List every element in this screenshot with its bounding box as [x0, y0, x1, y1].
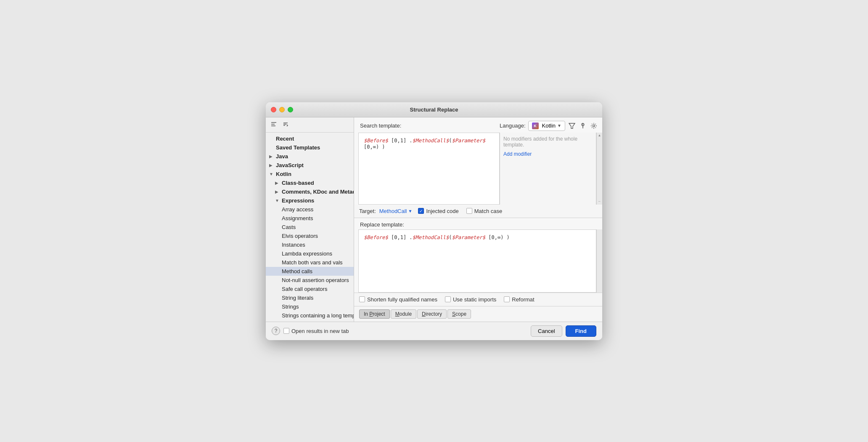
replace-scrollbar: [596, 229, 602, 293]
reformat-wrap[interactable]: Reformat: [504, 296, 534, 303]
svg-point-9: [593, 125, 595, 127]
maximize-button[interactable]: [288, 107, 293, 112]
sidebar-item-label: Saved Templates: [276, 144, 320, 151]
sidebar-item-label: JavaScript: [276, 162, 304, 168]
filter-icon[interactable]: [568, 122, 576, 130]
left-panel: Recent Saved Templates ▶ Java ▶ JavaScri…: [266, 117, 354, 322]
shorten-names-checkbox[interactable]: [359, 296, 365, 302]
replace-template-label: Replace template:: [360, 221, 404, 228]
static-imports-checkbox[interactable]: [445, 296, 451, 302]
sidebar-item-recent[interactable]: Recent: [266, 134, 354, 143]
open-results-wrap[interactable]: Open results in new tab: [283, 328, 349, 334]
find-button[interactable]: Find: [566, 325, 596, 337]
sidebar-item-label: Assignments: [282, 215, 313, 221]
scope-row: In Project Module Directory Scope: [354, 306, 602, 322]
reformat-label: Reformat: [512, 296, 534, 303]
target-dropdown[interactable]: MethodCall ▼: [379, 208, 413, 214]
sidebar-item-label: Strings: [282, 304, 299, 310]
open-results-checkbox[interactable]: [283, 328, 289, 334]
sidebar-item-casts[interactable]: Casts: [266, 223, 354, 232]
scroll-up-icon[interactable]: ▲: [598, 133, 601, 137]
sidebar-item-label: Method calls: [282, 268, 312, 274]
replace-plain-3: [0,∞) ): [485, 234, 510, 240]
reformat-checkbox[interactable]: [504, 296, 510, 302]
window-controls: [271, 107, 293, 112]
dropdown-arrow-icon: ▼: [557, 123, 561, 128]
sidebar-item-strings[interactable]: Strings: [266, 302, 354, 311]
right-panel: Search template: Language: K Kotlin ▼: [354, 117, 602, 322]
scroll-minus-icon[interactable]: −: [598, 199, 601, 204]
sidebar-item-strings-long[interactable]: Strings containing a long template: [266, 311, 354, 320]
sidebar-item-comments[interactable]: ▶ Comments, KDoc and Metadata: [266, 187, 354, 196]
sidebar-item-label: Class-based: [282, 180, 314, 186]
injected-code-checkbox[interactable]: ✓: [418, 208, 424, 214]
replace-template-editor[interactable]: $Before$ [0,1] .$MethodCall$($Parameter$…: [358, 229, 596, 293]
search-plain-3: [0,∞) ): [364, 144, 385, 150]
arrow-icon: ▶: [269, 163, 275, 168]
sidebar-item-kotlin[interactable]: ▼ Kotlin: [266, 170, 354, 178]
scope-module-button[interactable]: Module: [391, 309, 416, 319]
replace-code-before: $Before$: [364, 234, 388, 240]
match-case-checkbox-wrap[interactable]: Match case: [466, 208, 502, 214]
sidebar-item-elvis[interactable]: Elvis operators: [266, 232, 354, 240]
sidebar-item-instances[interactable]: Instances: [266, 240, 354, 249]
search-template-label: Search template:: [360, 122, 401, 129]
scope-scope-button[interactable]: Scope: [447, 309, 471, 319]
match-case-checkbox[interactable]: [466, 208, 472, 214]
replace-code-param: $Parameter$: [452, 234, 485, 240]
sidebar-item-saved[interactable]: Saved Templates: [266, 143, 354, 152]
close-button[interactable]: [271, 107, 276, 112]
sidebar-item-label: Expressions: [282, 197, 314, 204]
settings-icon[interactable]: [590, 122, 598, 130]
search-code-param: $Parameter$: [452, 138, 485, 144]
scope-in-project-button[interactable]: In Project: [359, 309, 390, 319]
sidebar-item-not-null[interactable]: Not-null assertion operators: [266, 276, 354, 285]
sidebar-item-lambda[interactable]: Lambda expressions: [266, 249, 354, 258]
sidebar-item-javascript[interactable]: ▶ JavaScript: [266, 161, 354, 170]
structural-replace-dialog: Structural Replace: [266, 102, 602, 340]
open-results-label: Open results in new tab: [291, 328, 349, 334]
bottom-bar: ? Open results in new tab Cancel Find: [266, 322, 602, 340]
sidebar-item-class-based[interactable]: ▶ Class-based: [266, 178, 354, 187]
injected-code-label: Injected code: [426, 208, 458, 214]
injected-code-checkbox-wrap[interactable]: ✓ Injected code: [418, 208, 458, 214]
arrow-icon: ▶: [269, 154, 275, 159]
minimize-button[interactable]: [279, 107, 285, 112]
help-button[interactable]: ?: [272, 327, 280, 335]
target-row: Target: MethodCall ▼ ✓ Injected code Mat…: [354, 205, 602, 218]
search-code-before: $Before$: [364, 138, 388, 144]
help-icon: ?: [275, 328, 278, 334]
main-content: Recent Saved Templates ▶ Java ▶ JavaScri…: [266, 117, 602, 322]
sidebar-item-safe-call[interactable]: Safe call operators: [266, 285, 354, 293]
sidebar-item-match-both[interactable]: Match both vars and vals: [266, 258, 354, 267]
scope-directory-label: Directory: [422, 311, 442, 317]
replace-code-method: $MethodCall$: [413, 234, 449, 240]
sidebar-item-expressions[interactable]: ▼ Expressions: [266, 196, 354, 205]
language-label: Language:: [500, 122, 525, 129]
static-imports-wrap[interactable]: Use static imports: [445, 296, 496, 303]
search-template-editor[interactable]: $Before$ [0,1] .$MethodCall$($Parameter$…: [358, 133, 500, 205]
language-selector[interactable]: K Kotlin ▼: [528, 121, 565, 131]
shorten-names-label: Shorten fully qualified names: [367, 296, 437, 303]
sidebar-item-label: Not-null assertion operators: [282, 277, 349, 283]
scope-module-label: Module: [395, 311, 412, 317]
add-modifier-link[interactable]: Add modifier: [503, 151, 532, 157]
search-template-area: $Before$ [0,1] .$MethodCall$($Parameter$…: [354, 133, 602, 205]
replace-plain-2: (: [449, 234, 452, 240]
sidebar-item-string-literals[interactable]: String literals: [266, 293, 354, 302]
pin-icon[interactable]: [579, 122, 587, 130]
sidebar-item-label: Elvis operators: [282, 233, 318, 239]
sidebar-item-label: Instances: [282, 242, 305, 248]
collapse-all-button[interactable]: [269, 120, 278, 130]
sort-button[interactable]: [281, 120, 290, 130]
sidebar-item-assignments[interactable]: Assignments: [266, 214, 354, 223]
sidebar-item-method-calls[interactable]: Method calls: [266, 267, 354, 276]
title-bar: Structural Replace: [266, 102, 602, 117]
cancel-button[interactable]: Cancel: [531, 325, 562, 337]
svg-marker-6: [569, 123, 575, 128]
scope-directory-button[interactable]: Directory: [417, 309, 447, 319]
language-value: Kotlin: [542, 122, 556, 129]
sidebar-item-array-access[interactable]: Array access: [266, 205, 354, 214]
sidebar-item-java[interactable]: ▶ Java: [266, 152, 354, 161]
shorten-names-wrap[interactable]: Shorten fully qualified names: [359, 296, 437, 303]
